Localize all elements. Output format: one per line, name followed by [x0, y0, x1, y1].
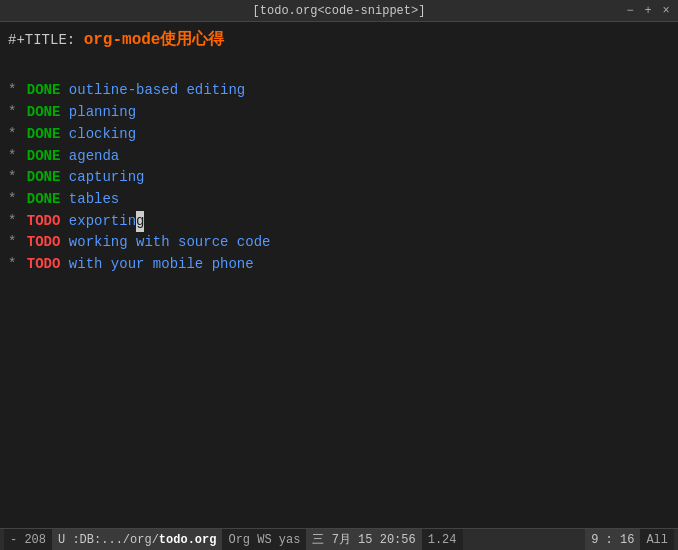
bullet-icon: * [8, 167, 25, 189]
titlebar: [todo.org<code-snippet>] − + × [0, 0, 678, 22]
window: [todo.org<code-snippet>] − + × #+TITLE: … [0, 0, 678, 550]
status-todo: TODO [27, 254, 61, 276]
maximize-button[interactable]: + [640, 3, 656, 19]
status-version: 1.24 [422, 529, 463, 550]
minimize-button[interactable]: − [622, 3, 638, 19]
window-controls: − + × [622, 3, 674, 19]
bullet-icon: * [8, 124, 25, 146]
status-done: DONE [27, 102, 61, 124]
title-text: org-mode使用心得 [84, 28, 225, 53]
status-done: DONE [27, 146, 61, 168]
list-item: * TODO exporting [8, 211, 670, 233]
item-text: planning [60, 102, 136, 124]
item-text: working with source code [60, 232, 270, 254]
statusbar: - 208 U :DB:.../org/todo.org Org WS yas … [0, 528, 678, 550]
item-text: exportin [60, 211, 136, 233]
status-scroll: All [640, 529, 674, 550]
cursor: g [136, 211, 144, 233]
bullet-icon: * [8, 102, 25, 124]
close-button[interactable]: × [658, 3, 674, 19]
bullet-icon: * [8, 189, 25, 211]
status-db-path: U :DB:.../org/ [58, 533, 159, 547]
status-datetime: 三 7月 15 20:56 [306, 529, 421, 550]
title-prefix: #+TITLE: [8, 30, 84, 52]
status-todo: TODO [27, 232, 61, 254]
item-text: outline-based editing [60, 80, 245, 102]
list-item: * DONE clocking [8, 124, 670, 146]
status-done: DONE [27, 124, 61, 146]
status-position: 9 : 16 [585, 529, 640, 550]
list-item: * DONE planning [8, 102, 670, 124]
status-done: DONE [27, 80, 61, 102]
window-title: [todo.org<code-snippet>] [253, 4, 426, 18]
title-line: #+TITLE: org-mode使用心得 [8, 28, 670, 53]
bullet-icon: * [8, 254, 25, 276]
status-filename: todo.org [159, 533, 217, 547]
empty-line [8, 59, 670, 81]
status-done: DONE [27, 167, 61, 189]
item-text: agenda [60, 146, 119, 168]
item-text: clocking [60, 124, 136, 146]
list-item: * TODO working with source code [8, 232, 670, 254]
status-line-info: - 208 [4, 529, 52, 550]
item-text: capturing [60, 167, 144, 189]
bullet-icon: * [8, 146, 25, 168]
bullet-icon: * [8, 80, 25, 102]
status-done: DONE [27, 189, 61, 211]
list-item: * DONE capturing [8, 167, 670, 189]
item-text: with your mobile phone [60, 254, 253, 276]
bullet-icon: * [8, 232, 25, 254]
list-item: * DONE outline-based editing [8, 80, 670, 102]
bullet-icon: * [8, 211, 25, 233]
item-text: tables [60, 189, 119, 211]
list-item: * TODO with your mobile phone [8, 254, 670, 276]
list-item: * DONE tables [8, 189, 670, 211]
status-org-info: Org WS yas [222, 529, 306, 550]
status-todo: TODO [27, 211, 61, 233]
editor-area[interactable]: #+TITLE: org-mode使用心得 * DONE outline-bas… [0, 22, 678, 528]
list-item: * DONE agenda [8, 146, 670, 168]
status-mode-info: U :DB:.../org/todo.org [52, 529, 222, 550]
